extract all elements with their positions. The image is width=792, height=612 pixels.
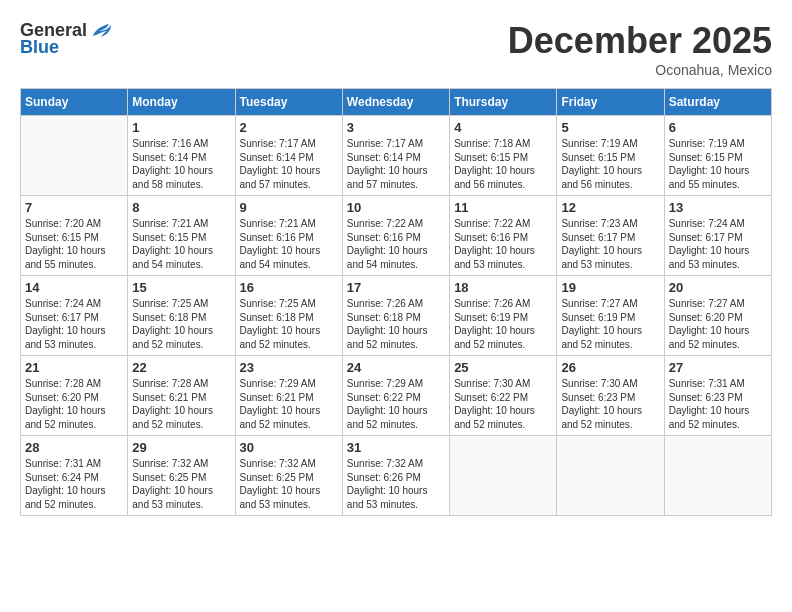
- day-info: Sunrise: 7:17 AM Sunset: 6:14 PM Dayligh…: [347, 137, 445, 191]
- day-number: 22: [132, 360, 230, 375]
- calendar-cell: 8Sunrise: 7:21 AM Sunset: 6:15 PM Daylig…: [128, 196, 235, 276]
- day-info: Sunrise: 7:24 AM Sunset: 6:17 PM Dayligh…: [669, 217, 767, 271]
- calendar-cell: 5Sunrise: 7:19 AM Sunset: 6:15 PM Daylig…: [557, 116, 664, 196]
- calendar-header-row: SundayMondayTuesdayWednesdayThursdayFrid…: [21, 89, 772, 116]
- day-number: 21: [25, 360, 123, 375]
- page-header: General Blue December 2025 Oconahua, Mex…: [20, 20, 772, 78]
- day-info: Sunrise: 7:31 AM Sunset: 6:24 PM Dayligh…: [25, 457, 123, 511]
- calendar-header-thursday: Thursday: [450, 89, 557, 116]
- day-number: 7: [25, 200, 123, 215]
- day-info: Sunrise: 7:16 AM Sunset: 6:14 PM Dayligh…: [132, 137, 230, 191]
- day-info: Sunrise: 7:21 AM Sunset: 6:15 PM Dayligh…: [132, 217, 230, 271]
- day-info: Sunrise: 7:21 AM Sunset: 6:16 PM Dayligh…: [240, 217, 338, 271]
- day-number: 25: [454, 360, 552, 375]
- calendar-cell: 17Sunrise: 7:26 AM Sunset: 6:18 PM Dayli…: [342, 276, 449, 356]
- calendar-table: SundayMondayTuesdayWednesdayThursdayFrid…: [20, 88, 772, 516]
- calendar-cell: 23Sunrise: 7:29 AM Sunset: 6:21 PM Dayli…: [235, 356, 342, 436]
- day-number: 3: [347, 120, 445, 135]
- day-number: 4: [454, 120, 552, 135]
- day-number: 1: [132, 120, 230, 135]
- calendar-cell: [450, 436, 557, 516]
- logo: General Blue: [20, 20, 113, 58]
- day-info: Sunrise: 7:24 AM Sunset: 6:17 PM Dayligh…: [25, 297, 123, 351]
- day-number: 16: [240, 280, 338, 295]
- day-number: 11: [454, 200, 552, 215]
- day-number: 27: [669, 360, 767, 375]
- calendar-header-monday: Monday: [128, 89, 235, 116]
- day-number: 8: [132, 200, 230, 215]
- day-number: 19: [561, 280, 659, 295]
- calendar-cell: 2Sunrise: 7:17 AM Sunset: 6:14 PM Daylig…: [235, 116, 342, 196]
- day-info: Sunrise: 7:26 AM Sunset: 6:19 PM Dayligh…: [454, 297, 552, 351]
- day-info: Sunrise: 7:18 AM Sunset: 6:15 PM Dayligh…: [454, 137, 552, 191]
- day-info: Sunrise: 7:30 AM Sunset: 6:23 PM Dayligh…: [561, 377, 659, 431]
- day-number: 31: [347, 440, 445, 455]
- calendar-cell: 29Sunrise: 7:32 AM Sunset: 6:25 PM Dayli…: [128, 436, 235, 516]
- calendar-cell: 22Sunrise: 7:28 AM Sunset: 6:21 PM Dayli…: [128, 356, 235, 436]
- calendar-cell: 28Sunrise: 7:31 AM Sunset: 6:24 PM Dayli…: [21, 436, 128, 516]
- day-info: Sunrise: 7:17 AM Sunset: 6:14 PM Dayligh…: [240, 137, 338, 191]
- day-info: Sunrise: 7:32 AM Sunset: 6:25 PM Dayligh…: [132, 457, 230, 511]
- day-number: 24: [347, 360, 445, 375]
- day-info: Sunrise: 7:31 AM Sunset: 6:23 PM Dayligh…: [669, 377, 767, 431]
- day-info: Sunrise: 7:25 AM Sunset: 6:18 PM Dayligh…: [240, 297, 338, 351]
- day-info: Sunrise: 7:27 AM Sunset: 6:19 PM Dayligh…: [561, 297, 659, 351]
- logo-bird-icon: [91, 22, 113, 40]
- calendar-cell: 14Sunrise: 7:24 AM Sunset: 6:17 PM Dayli…: [21, 276, 128, 356]
- logo-blue-text: Blue: [20, 37, 59, 58]
- day-number: 15: [132, 280, 230, 295]
- day-info: Sunrise: 7:19 AM Sunset: 6:15 PM Dayligh…: [561, 137, 659, 191]
- title-area: December 2025 Oconahua, Mexico: [508, 20, 772, 78]
- calendar-cell: 3Sunrise: 7:17 AM Sunset: 6:14 PM Daylig…: [342, 116, 449, 196]
- day-number: 5: [561, 120, 659, 135]
- day-number: 28: [25, 440, 123, 455]
- day-number: 20: [669, 280, 767, 295]
- day-number: 14: [25, 280, 123, 295]
- calendar-header-sunday: Sunday: [21, 89, 128, 116]
- calendar-week-4: 21Sunrise: 7:28 AM Sunset: 6:20 PM Dayli…: [21, 356, 772, 436]
- calendar-body: 1Sunrise: 7:16 AM Sunset: 6:14 PM Daylig…: [21, 116, 772, 516]
- calendar-cell: [21, 116, 128, 196]
- calendar-header-wednesday: Wednesday: [342, 89, 449, 116]
- day-info: Sunrise: 7:29 AM Sunset: 6:22 PM Dayligh…: [347, 377, 445, 431]
- calendar-cell: 1Sunrise: 7:16 AM Sunset: 6:14 PM Daylig…: [128, 116, 235, 196]
- calendar-week-3: 14Sunrise: 7:24 AM Sunset: 6:17 PM Dayli…: [21, 276, 772, 356]
- day-number: 17: [347, 280, 445, 295]
- day-number: 13: [669, 200, 767, 215]
- calendar-cell: 9Sunrise: 7:21 AM Sunset: 6:16 PM Daylig…: [235, 196, 342, 276]
- calendar-cell: [557, 436, 664, 516]
- calendar-cell: 13Sunrise: 7:24 AM Sunset: 6:17 PM Dayli…: [664, 196, 771, 276]
- calendar-cell: 10Sunrise: 7:22 AM Sunset: 6:16 PM Dayli…: [342, 196, 449, 276]
- calendar-cell: 21Sunrise: 7:28 AM Sunset: 6:20 PM Dayli…: [21, 356, 128, 436]
- day-number: 18: [454, 280, 552, 295]
- calendar-cell: 11Sunrise: 7:22 AM Sunset: 6:16 PM Dayli…: [450, 196, 557, 276]
- calendar-cell: 26Sunrise: 7:30 AM Sunset: 6:23 PM Dayli…: [557, 356, 664, 436]
- calendar-cell: 20Sunrise: 7:27 AM Sunset: 6:20 PM Dayli…: [664, 276, 771, 356]
- day-info: Sunrise: 7:25 AM Sunset: 6:18 PM Dayligh…: [132, 297, 230, 351]
- calendar-cell: 7Sunrise: 7:20 AM Sunset: 6:15 PM Daylig…: [21, 196, 128, 276]
- calendar-header-tuesday: Tuesday: [235, 89, 342, 116]
- calendar-cell: 31Sunrise: 7:32 AM Sunset: 6:26 PM Dayli…: [342, 436, 449, 516]
- calendar-cell: 16Sunrise: 7:25 AM Sunset: 6:18 PM Dayli…: [235, 276, 342, 356]
- day-info: Sunrise: 7:32 AM Sunset: 6:25 PM Dayligh…: [240, 457, 338, 511]
- day-info: Sunrise: 7:19 AM Sunset: 6:15 PM Dayligh…: [669, 137, 767, 191]
- calendar-week-5: 28Sunrise: 7:31 AM Sunset: 6:24 PM Dayli…: [21, 436, 772, 516]
- calendar-cell: 4Sunrise: 7:18 AM Sunset: 6:15 PM Daylig…: [450, 116, 557, 196]
- day-info: Sunrise: 7:32 AM Sunset: 6:26 PM Dayligh…: [347, 457, 445, 511]
- day-info: Sunrise: 7:28 AM Sunset: 6:20 PM Dayligh…: [25, 377, 123, 431]
- calendar-cell: 30Sunrise: 7:32 AM Sunset: 6:25 PM Dayli…: [235, 436, 342, 516]
- calendar-cell: 19Sunrise: 7:27 AM Sunset: 6:19 PM Dayli…: [557, 276, 664, 356]
- day-number: 9: [240, 200, 338, 215]
- calendar-cell: 18Sunrise: 7:26 AM Sunset: 6:19 PM Dayli…: [450, 276, 557, 356]
- location: Oconahua, Mexico: [508, 62, 772, 78]
- day-number: 12: [561, 200, 659, 215]
- calendar-week-2: 7Sunrise: 7:20 AM Sunset: 6:15 PM Daylig…: [21, 196, 772, 276]
- day-number: 29: [132, 440, 230, 455]
- day-number: 30: [240, 440, 338, 455]
- day-number: 6: [669, 120, 767, 135]
- day-number: 23: [240, 360, 338, 375]
- day-info: Sunrise: 7:28 AM Sunset: 6:21 PM Dayligh…: [132, 377, 230, 431]
- day-info: Sunrise: 7:30 AM Sunset: 6:22 PM Dayligh…: [454, 377, 552, 431]
- day-info: Sunrise: 7:22 AM Sunset: 6:16 PM Dayligh…: [347, 217, 445, 271]
- calendar-cell: 24Sunrise: 7:29 AM Sunset: 6:22 PM Dayli…: [342, 356, 449, 436]
